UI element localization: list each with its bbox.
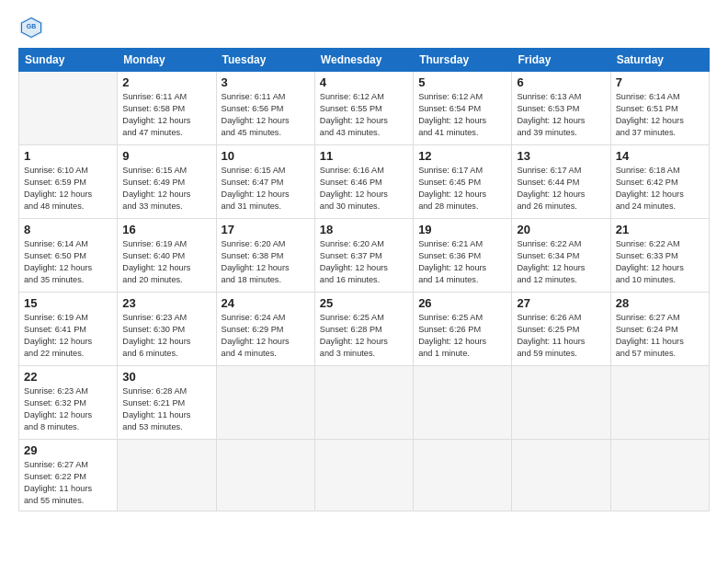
logo-icon: GB [18, 15, 44, 40]
calendar-cell: 22Sunrise: 6:23 AMSunset: 6:32 PMDayligh… [19, 366, 118, 440]
day-number: 8 [24, 223, 112, 236]
calendar-cell: 18Sunrise: 6:20 AMSunset: 6:37 PMDayligh… [314, 219, 413, 293]
day-number: 3 [222, 75, 310, 89]
header-sunday: Sunday [19, 49, 118, 72]
calendar-cell: 25Sunrise: 6:25 AMSunset: 6:28 PMDayligh… [314, 293, 413, 366]
calendar-cell: 20Sunrise: 6:22 AMSunset: 6:34 PMDayligh… [512, 219, 610, 293]
day-info: Sunrise: 6:17 AMSunset: 6:45 PMDaylight:… [418, 165, 506, 213]
calendar-cell: 9Sunrise: 6:15 AMSunset: 6:49 PMDaylight… [118, 145, 216, 219]
day-number: 28 [616, 296, 704, 310]
day-number: 10 [222, 149, 310, 163]
day-info: Sunrise: 6:23 AMSunset: 6:30 PMDaylight:… [122, 312, 210, 360]
calendar-cell: 30Sunrise: 6:28 AMSunset: 6:21 PMDayligh… [118, 366, 216, 440]
calendar-cell: 11Sunrise: 6:16 AMSunset: 6:46 PMDayligh… [314, 145, 413, 219]
day-info: Sunrise: 6:11 AMSunset: 6:56 PMDaylight:… [222, 91, 310, 139]
day-number: 20 [517, 223, 605, 236]
day-info: Sunrise: 6:15 AMSunset: 6:49 PMDaylight:… [122, 165, 210, 213]
calendar-cell: 6Sunrise: 6:13 AMSunset: 6:53 PMDaylight… [512, 72, 610, 145]
calendar-cell: 8Sunrise: 6:14 AMSunset: 6:50 PMDaylight… [19, 219, 118, 293]
header-friday: Friday [512, 49, 610, 72]
calendar: SundayMondayTuesdayWednesdayThursdayFrid… [18, 48, 710, 511]
day-info: Sunrise: 6:27 AMSunset: 6:24 PMDaylight:… [616, 312, 704, 360]
day-number: 13 [517, 149, 605, 163]
day-info: Sunrise: 6:18 AMSunset: 6:42 PMDaylight:… [616, 165, 704, 213]
day-number: 4 [320, 75, 408, 89]
calendar-cell: 17Sunrise: 6:20 AMSunset: 6:38 PMDayligh… [216, 219, 314, 293]
day-number: 14 [616, 149, 704, 163]
calendar-cell: 15Sunrise: 6:19 AMSunset: 6:41 PMDayligh… [19, 293, 118, 366]
day-info: Sunrise: 6:16 AMSunset: 6:46 PMDaylight:… [320, 165, 408, 213]
calendar-cell: 26Sunrise: 6:25 AMSunset: 6:26 PMDayligh… [414, 293, 512, 366]
header-wednesday: Wednesday [314, 49, 413, 72]
day-number: 17 [222, 223, 310, 236]
day-number: 15 [24, 296, 112, 310]
day-info: Sunrise: 6:25 AMSunset: 6:28 PMDaylight:… [320, 312, 408, 360]
day-number: 25 [320, 296, 408, 310]
day-info: Sunrise: 6:11 AMSunset: 6:58 PMDaylight:… [122, 91, 210, 139]
day-number: 11 [320, 149, 408, 163]
calendar-cell [610, 366, 709, 440]
day-info: Sunrise: 6:14 AMSunset: 6:51 PMDaylight:… [616, 91, 704, 139]
calendar-week-row: 8Sunrise: 6:14 AMSunset: 6:50 PMDaylight… [19, 219, 710, 293]
day-info: Sunrise: 6:24 AMSunset: 6:29 PMDaylight:… [222, 312, 310, 360]
day-number: 24 [222, 296, 310, 310]
day-number: 2 [122, 75, 210, 89]
day-number: 27 [517, 296, 605, 310]
calendar-cell: 2Sunrise: 6:11 AMSunset: 6:58 PMDaylight… [118, 72, 216, 145]
calendar-week-row: 1Sunrise: 6:10 AMSunset: 6:59 PMDaylight… [19, 145, 710, 219]
calendar-cell: 27Sunrise: 6:26 AMSunset: 6:25 PMDayligh… [512, 293, 610, 366]
day-number: 18 [320, 223, 408, 236]
day-info: Sunrise: 6:13 AMSunset: 6:53 PMDaylight:… [517, 91, 605, 139]
day-info: Sunrise: 6:19 AMSunset: 6:40 PMDaylight:… [122, 238, 210, 286]
calendar-cell [19, 72, 118, 145]
day-info: Sunrise: 6:20 AMSunset: 6:38 PMDaylight:… [222, 238, 310, 286]
calendar-cell [512, 440, 610, 511]
day-number: 19 [418, 223, 506, 236]
day-number: 5 [418, 75, 506, 89]
calendar-header-row: SundayMondayTuesdayWednesdayThursdayFrid… [19, 49, 710, 72]
day-info: Sunrise: 6:26 AMSunset: 6:25 PMDaylight:… [517, 312, 605, 360]
calendar-cell [216, 440, 314, 511]
header-tuesday: Tuesday [216, 49, 314, 72]
day-info: Sunrise: 6:27 AMSunset: 6:22 PMDaylight:… [24, 459, 112, 507]
calendar-cell: 28Sunrise: 6:27 AMSunset: 6:24 PMDayligh… [610, 293, 709, 366]
header-monday: Monday [118, 49, 216, 72]
day-number: 6 [517, 75, 605, 89]
header: GB [18, 15, 710, 40]
day-info: Sunrise: 6:12 AMSunset: 6:55 PMDaylight:… [320, 91, 408, 139]
calendar-cell: 24Sunrise: 6:24 AMSunset: 6:29 PMDayligh… [216, 293, 314, 366]
calendar-cell: 13Sunrise: 6:17 AMSunset: 6:44 PMDayligh… [512, 145, 610, 219]
day-info: Sunrise: 6:17 AMSunset: 6:44 PMDaylight:… [517, 165, 605, 213]
calendar-cell [118, 440, 216, 511]
day-number: 12 [418, 149, 506, 163]
calendar-cell: 3Sunrise: 6:11 AMSunset: 6:56 PMDaylight… [216, 72, 314, 145]
day-info: Sunrise: 6:25 AMSunset: 6:26 PMDaylight:… [418, 312, 506, 360]
calendar-cell [314, 366, 413, 440]
header-thursday: Thursday [414, 49, 512, 72]
calendar-cell [414, 440, 512, 511]
day-number: 29 [24, 443, 112, 457]
calendar-week-row: 29Sunrise: 6:27 AMSunset: 6:22 PMDayligh… [19, 440, 710, 511]
calendar-cell [216, 366, 314, 440]
day-number: 21 [616, 223, 704, 236]
day-info: Sunrise: 6:19 AMSunset: 6:41 PMDaylight:… [24, 312, 112, 360]
calendar-cell [414, 366, 512, 440]
day-number: 22 [24, 370, 112, 384]
calendar-cell [512, 366, 610, 440]
day-info: Sunrise: 6:15 AMSunset: 6:47 PMDaylight:… [222, 165, 310, 213]
day-number: 7 [616, 75, 704, 89]
day-number: 23 [122, 296, 210, 310]
calendar-cell: 5Sunrise: 6:12 AMSunset: 6:54 PMDaylight… [414, 72, 512, 145]
calendar-cell [610, 440, 709, 511]
day-number: 26 [418, 296, 506, 310]
day-info: Sunrise: 6:22 AMSunset: 6:34 PMDaylight:… [517, 238, 605, 286]
day-info: Sunrise: 6:10 AMSunset: 6:59 PMDaylight:… [24, 165, 112, 213]
svg-text:GB: GB [27, 23, 37, 29]
calendar-cell: 14Sunrise: 6:18 AMSunset: 6:42 PMDayligh… [610, 145, 709, 219]
calendar-cell: 29Sunrise: 6:27 AMSunset: 6:22 PMDayligh… [19, 440, 118, 511]
calendar-cell: 16Sunrise: 6:19 AMSunset: 6:40 PMDayligh… [118, 219, 216, 293]
calendar-cell: 1Sunrise: 6:10 AMSunset: 6:59 PMDaylight… [19, 145, 118, 219]
calendar-week-row: 15Sunrise: 6:19 AMSunset: 6:41 PMDayligh… [19, 293, 710, 366]
day-number: 16 [122, 223, 210, 236]
header-saturday: Saturday [610, 49, 709, 72]
